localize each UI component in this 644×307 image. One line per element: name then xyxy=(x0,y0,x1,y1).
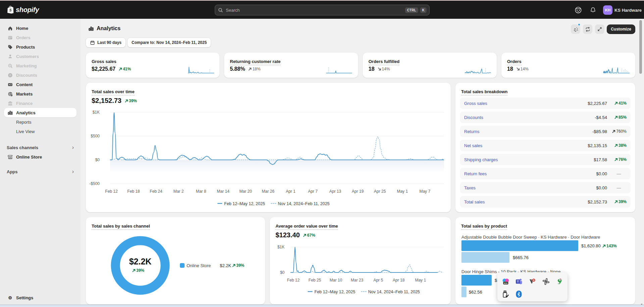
svg-text:Apr 13: Apr 13 xyxy=(329,189,341,194)
svg-text:Apr 18: Apr 18 xyxy=(393,278,405,283)
svg-text:Feb 12–May 12, 2025: Feb 12–May 12, 2025 xyxy=(224,201,265,206)
svg-text:Mar 8: Mar 8 xyxy=(196,189,206,194)
svg-text:Nov 14, 2024–Feb 11, 2025: Nov 14, 2024–Feb 11, 2025 xyxy=(368,290,420,294)
svg-text:Mar 10: Mar 10 xyxy=(330,278,342,283)
svg-text:Feb 12: Feb 12 xyxy=(105,189,118,194)
svg-text:-$500: -$500 xyxy=(89,181,100,186)
svg-text:Feb 24: Feb 24 xyxy=(150,189,162,194)
svg-text:Online Store: Online Store xyxy=(187,263,211,268)
svg-text:Apr 1: Apr 1 xyxy=(286,189,296,194)
svg-text:Mar 23: Mar 23 xyxy=(351,278,363,283)
svg-text:S: S xyxy=(9,8,12,12)
svg-text:May 1: May 1 xyxy=(415,278,426,283)
svg-text:Apr 7: Apr 7 xyxy=(308,189,318,194)
svg-text:Feb 12–May 12, 2025: Feb 12–May 12, 2025 xyxy=(314,290,355,294)
svg-text:Mar 20: Mar 20 xyxy=(239,189,252,194)
svg-text:T: T xyxy=(517,280,519,283)
svg-text:Apr 19: Apr 19 xyxy=(352,189,364,194)
svg-text:$500: $500 xyxy=(91,134,100,138)
svg-text:$0: $0 xyxy=(280,270,285,275)
svg-text:Feb 25: Feb 25 xyxy=(308,278,321,283)
svg-text:May 1: May 1 xyxy=(397,189,408,194)
svg-text:Feb 18: Feb 18 xyxy=(127,189,140,194)
svg-text:$1K: $1K xyxy=(278,245,285,249)
svg-text:Mar 26: Mar 26 xyxy=(262,189,275,194)
svg-text:May 7: May 7 xyxy=(419,189,431,194)
svg-text:$1K: $1K xyxy=(93,110,100,115)
svg-text:$2.2K: $2.2K xyxy=(129,257,152,266)
svg-text:Nov 14, 2024–Feb 11, 2025: Nov 14, 2024–Feb 11, 2025 xyxy=(278,201,330,206)
svg-text:M365: M365 xyxy=(504,283,508,284)
svg-text:Feb 12: Feb 12 xyxy=(287,278,300,283)
svg-text:Apr 5: Apr 5 xyxy=(374,278,383,283)
svg-text:$2.2K: $2.2K xyxy=(220,263,231,268)
svg-text:Mar 14: Mar 14 xyxy=(217,189,230,194)
svg-text:Mar 2: Mar 2 xyxy=(174,189,184,194)
svg-text:$0: $0 xyxy=(95,158,100,162)
svg-text:Apr 25: Apr 25 xyxy=(374,189,386,194)
